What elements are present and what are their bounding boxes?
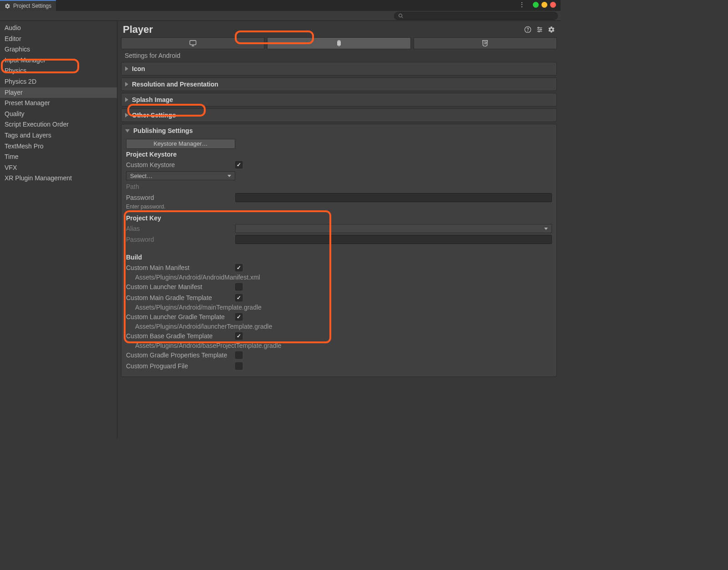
kebab-menu-icon[interactable]: ⋮ [519,1,524,8]
gear-icon[interactable] [548,26,555,33]
settings-category-sidebar: AudioEditorGraphicsInput ManagerPhysicsP… [0,21,117,439]
svg-point-0 [399,14,402,17]
sidebar-item-script-execution-order[interactable]: Script Execution Order [0,119,117,130]
settings-tab[interactable]: Project Settings [0,0,56,11]
window-controls [533,2,556,8]
monitor-icon [189,40,197,47]
build-header: Build [126,254,552,261]
sidebar-item-editor[interactable]: Editor [0,34,117,45]
minimize-icon[interactable] [533,2,539,8]
build-item-path: Assets/Plugins/Android/mainTemplate.grad… [126,304,552,311]
section-other[interactable]: Other Settings [121,108,557,122]
chevron-right-icon [125,82,128,87]
svg-point-9 [538,31,540,32]
project-key-header: Project Key [126,214,552,222]
custom-keystore-checkbox[interactable] [235,161,243,168]
settings-for-label: Settings for Android [117,49,561,62]
build-item-checkbox[interactable] [235,351,243,359]
gear-icon [5,3,10,9]
sidebar-item-physics[interactable]: Physics [0,66,117,76]
build-item-checkbox[interactable] [235,313,243,321]
tab-title: Project Settings [13,3,51,9]
html5-icon [481,39,489,47]
keystore-manager-button[interactable]: Keystore Manager… [126,139,235,149]
sidebar-item-input-manager[interactable]: Input Manager [0,55,117,66]
sidebar-item-player[interactable]: Player [0,87,117,98]
titlebar: Project Settings ⋮ [0,0,561,11]
build-item-label: Custom Launcher Manifest [126,283,235,290]
sidebar-item-xr-plugin-management[interactable]: XR Plugin Management [0,173,117,184]
build-item-checkbox[interactable] [235,362,243,370]
build-item-path: Assets/Plugins/Android/AndroidManifest.x… [126,274,552,281]
svg-rect-10 [190,41,196,45]
chevron-down-icon [125,129,130,132]
help-icon[interactable] [524,26,531,33]
chevron-right-icon [125,113,128,117]
search-row [0,11,561,21]
keystore-select[interactable]: Select… [126,171,235,180]
section-resolution[interactable]: Resolution and Presentation [121,77,557,91]
svg-line-1 [402,16,403,18]
close-icon[interactable] [550,2,556,8]
sidebar-item-physics-2d[interactable]: Physics 2D [0,76,117,87]
alias-label: Alias [126,225,235,232]
alias-select[interactable] [235,224,552,233]
section-splash[interactable]: Splash Image [121,93,557,107]
content-pane: Player Settings for Android Icon [117,21,561,439]
build-item-label: Custom Main Manifest [126,264,235,271]
page-title: Player [123,24,524,36]
path-label: Path [126,183,235,190]
build-item-checkbox[interactable] [235,332,243,340]
section-publishing-header[interactable]: Publishing Settings [121,124,556,137]
svg-point-8 [540,29,541,31]
key-password-label: Password [126,236,235,243]
custom-keystore-label: Custom Keystore [126,161,235,168]
chevron-right-icon [125,66,128,71]
tab-standalone[interactable] [121,37,264,49]
sidebar-item-graphics[interactable]: Graphics [0,44,117,55]
svg-point-7 [538,27,539,29]
svg-point-3 [528,31,528,31]
password-hint: Enter password. [126,204,552,210]
android-icon [335,39,343,47]
sidebar-item-textmesh-pro[interactable]: TextMesh Pro [0,141,117,152]
sidebar-item-quality[interactable]: Quality [0,109,117,120]
sidebar-item-tags-and-layers[interactable]: Tags and Layers [0,130,117,141]
build-item-checkbox[interactable] [235,264,243,271]
keystore-password-label: Password [126,194,235,201]
build-item-checkbox[interactable] [235,283,243,290]
section-publishing: Publishing Settings Keystore Manager… Pr… [121,124,557,377]
tab-android[interactable] [267,37,410,49]
project-keystore-header: Project Keystore [126,151,552,158]
keystore-password-input[interactable] [235,193,552,202]
build-item-label: Custom Gradle Properties Template [126,351,235,359]
preset-icon[interactable] [536,26,543,33]
search-icon [398,13,404,19]
section-icon[interactable]: Icon [121,62,557,76]
chevron-right-icon [125,97,128,102]
key-password-input[interactable] [235,235,552,244]
build-item-label: Custom Launcher Gradle Template [126,313,235,321]
build-item-label: Custom Proguard File [126,362,235,370]
sidebar-item-audio[interactable]: Audio [0,23,117,34]
build-item-checkbox[interactable] [235,294,243,301]
platform-tabs [117,37,561,49]
sidebar-item-preset-manager[interactable]: Preset Manager [0,98,117,109]
build-item-label: Custom Main Gradle Template [126,294,235,301]
build-item-label: Custom Base Gradle Template [126,332,235,340]
search-input[interactable] [394,12,558,20]
tab-webgl[interactable] [414,37,557,49]
build-item-path: Assets/Plugins/Android/baseProjectTempla… [126,342,552,349]
sidebar-item-vfx[interactable]: VFX [0,163,117,173]
sidebar-item-time[interactable]: Time [0,152,117,163]
build-item-path: Assets/Plugins/Android/launcherTemplate.… [126,323,552,330]
maximize-icon[interactable] [541,2,547,8]
